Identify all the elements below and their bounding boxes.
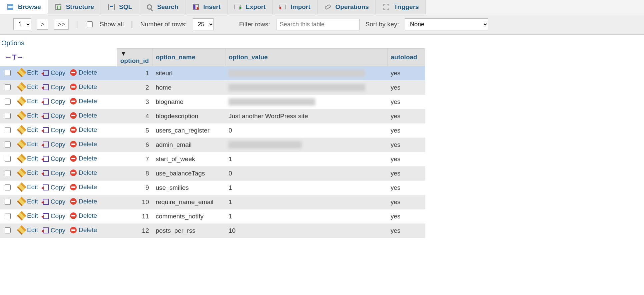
delete-link[interactable]: Delete [70, 141, 97, 148]
edit-link[interactable]: Edit [18, 112, 38, 119]
rows-label: Number of rows: [140, 21, 187, 28]
page-next-button[interactable]: > [37, 19, 48, 30]
row-checkbox[interactable] [5, 70, 11, 76]
delete-label: Delete [79, 226, 97, 234]
page-last-button[interactable]: >> [54, 19, 69, 30]
delete-link[interactable]: Delete [70, 98, 97, 105]
col-option-id[interactable]: ▼ option_id [117, 49, 152, 66]
cell-option-name: siteurl [152, 66, 225, 81]
col-option-name[interactable]: option_name [152, 49, 225, 66]
copy-link[interactable]: Copy [43, 155, 65, 162]
copy-link[interactable]: Copy [43, 184, 65, 191]
edit-link[interactable]: Edit [18, 98, 38, 105]
copy-link[interactable]: Copy [43, 69, 65, 77]
tab-search[interactable]: Search [139, 0, 185, 14]
row-checkbox[interactable] [5, 113, 11, 119]
delete-icon [70, 155, 77, 162]
row-checkbox[interactable] [5, 142, 11, 148]
tab-export[interactable]: Export [227, 0, 272, 14]
cell-option-name: start_of_week [152, 152, 225, 166]
delete-link[interactable]: Delete [70, 169, 97, 176]
copy-label: Copy [51, 112, 65, 120]
sort-select[interactable]: None [405, 18, 488, 30]
col-option-value[interactable]: option_value [225, 49, 387, 66]
delete-label: Delete [79, 69, 97, 76]
copy-link[interactable]: Copy [43, 112, 65, 120]
edit-link[interactable]: Edit [18, 212, 38, 219]
row-checkbox[interactable] [5, 170, 11, 176]
cell-option-value: 1 [225, 152, 387, 166]
tab-structure[interactable]: Structure [48, 0, 101, 14]
copy-label: Copy [51, 169, 65, 177]
table-row: EditCopyDelete6admin_emailredactedyes [0, 138, 425, 152]
copy-link[interactable]: Copy [43, 84, 65, 91]
edit-link[interactable]: Edit [18, 183, 38, 191]
delete-link[interactable]: Delete [70, 226, 97, 234]
delete-link[interactable]: Delete [70, 69, 97, 76]
copy-link[interactable]: Copy [43, 98, 65, 105]
col-autoload[interactable]: autoload [387, 49, 425, 66]
pencil-icon [17, 211, 26, 220]
row-checkbox[interactable] [5, 184, 11, 190]
tab-browse[interactable]: Browse [0, 0, 48, 14]
copy-link[interactable]: Copy [43, 198, 65, 205]
cell-option-id: 7 [117, 152, 152, 166]
divider: | [75, 20, 79, 29]
tab-insert[interactable]: Insert [185, 0, 228, 14]
edit-link[interactable]: Edit [18, 155, 38, 162]
pencil-icon [17, 139, 26, 148]
row-checkbox[interactable] [5, 227, 11, 233]
row-checkbox[interactable] [5, 156, 11, 162]
show-all-checkbox[interactable] [87, 21, 93, 27]
edit-link[interactable]: Edit [18, 198, 38, 205]
row-checkbox[interactable] [5, 127, 11, 133]
copy-link[interactable]: Copy [43, 227, 65, 234]
delete-link[interactable]: Delete [70, 83, 97, 91]
options-link[interactable]: Options [0, 35, 644, 48]
cell-option-id: 5 [117, 123, 152, 138]
copy-icon [43, 70, 49, 76]
expand-column-icon[interactable]: ←T→ [0, 49, 117, 66]
rows-select[interactable]: 25 [193, 18, 214, 30]
filter-input[interactable] [276, 19, 360, 30]
cell-option-value: redacted [225, 80, 387, 95]
delete-link[interactable]: Delete [70, 126, 97, 134]
tab-sql[interactable]: SQL [101, 0, 139, 14]
copy-icon [43, 84, 49, 90]
copy-link[interactable]: Copy [43, 169, 65, 177]
delete-icon [70, 198, 77, 205]
edit-link[interactable]: Edit [18, 169, 38, 176]
delete-icon [70, 112, 77, 119]
edit-link[interactable]: Edit [18, 83, 38, 91]
table-row: EditCopyDelete7start_of_week1yes [0, 152, 425, 166]
row-checkbox[interactable] [5, 199, 11, 205]
copy-label: Copy [51, 212, 65, 220]
copy-link[interactable]: Copy [43, 141, 65, 148]
edit-link[interactable]: Edit [18, 141, 38, 148]
table-row: EditCopyDelete10require_name_email1yes [0, 195, 425, 209]
delete-link[interactable]: Delete [70, 155, 97, 162]
cell-option-value: Just another WordPress site [225, 109, 387, 123]
row-checkbox[interactable] [5, 213, 11, 219]
table-row: EditCopyDelete5users_can_register0yes [0, 123, 425, 138]
redacted-value: redacted [228, 70, 365, 77]
tab-operations[interactable]: Operations [317, 0, 376, 14]
delete-link[interactable]: Delete [70, 183, 97, 191]
copy-icon [43, 127, 49, 133]
page-select[interactable]: 1 [13, 18, 31, 30]
tab-import[interactable]: Import [272, 0, 317, 14]
tab-triggers[interactable]: Triggers [376, 0, 426, 14]
row-checkbox[interactable] [5, 84, 11, 90]
edit-link[interactable]: Edit [18, 69, 38, 76]
delete-link[interactable]: Delete [70, 198, 97, 205]
delete-label: Delete [79, 141, 97, 148]
edit-label: Edit [27, 212, 38, 219]
edit-link[interactable]: Edit [18, 226, 38, 234]
delete-link[interactable]: Delete [70, 112, 97, 119]
delete-link[interactable]: Delete [70, 212, 97, 219]
edit-link[interactable]: Edit [18, 126, 38, 134]
tab-label: Insert [203, 3, 221, 11]
row-checkbox[interactable] [5, 99, 11, 105]
copy-link[interactable]: Copy [43, 212, 65, 220]
copy-link[interactable]: Copy [43, 127, 65, 134]
